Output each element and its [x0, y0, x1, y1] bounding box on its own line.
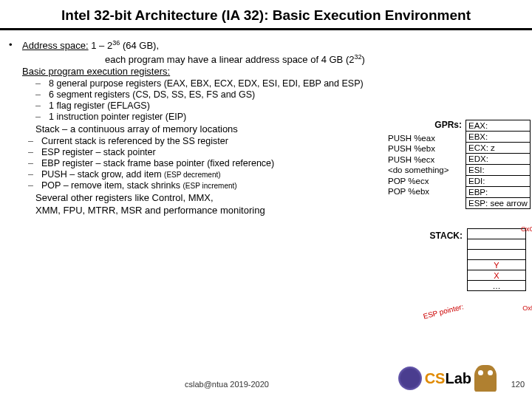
item-text: 1 flag register (EFLAGS): [49, 100, 150, 111]
slide: Intel 32-bit Architecture (IA 32): Basic…: [0, 0, 532, 399]
stack-row: X: [467, 270, 526, 281]
list-item: –1 flag register (EFLAGS): [35, 100, 526, 111]
item-text: 6 segment registers (CS, DS, SS, ES, FS …: [49, 89, 255, 100]
item-text: EBP register – stack frame base pointer …: [41, 158, 274, 168]
gpr-row: ECX: z: [466, 143, 530, 154]
addr-gb: (64 GB),: [120, 40, 159, 51]
push-text: PUSH – stack grow, add item (ESP decreme…: [41, 169, 221, 180]
pop-a: POP – remove item, stack shrinks: [41, 180, 183, 191]
gprs-label: GPRs:: [434, 120, 462, 130]
pop-b: (ESP increment): [183, 182, 237, 190]
code-line: PUSH %ecx: [388, 154, 462, 165]
stack-row: …: [467, 280, 526, 291]
addr-l2b: ): [362, 55, 365, 66]
code-line: POP %ecx: [388, 176, 462, 186]
other-regs-2: XMM, FPU, MTRR, MSR and performance moni…: [35, 205, 526, 216]
code-line: PUSH %ebx: [388, 143, 462, 154]
cslab-logo: CSLab: [425, 370, 471, 387]
regs-heading: Basic program execution registers:: [22, 66, 526, 77]
gpr-row: EDI:: [466, 176, 530, 187]
stack-row: Y: [467, 259, 526, 270]
gpr-row: EAX:: [466, 120, 530, 132]
list-item: –8 general purpose registers (EAX, EBX, …: [35, 78, 526, 89]
pop-text: POP – remove item, stack shrinks (ESP in…: [41, 180, 237, 191]
regs-head-text: Basic program execution registers:: [22, 66, 170, 77]
addr-l2a: each program may have a linear address s…: [105, 55, 354, 66]
addr-bottom: Oxfff: [522, 304, 532, 312]
owl-logo-icon: [474, 365, 497, 392]
bullet-marker: •: [9, 39, 22, 51]
push-a: PUSH – stack grow, add item: [41, 169, 164, 180]
addr-exp1: 36: [112, 39, 120, 47]
gpr-row: EBX:: [466, 132, 530, 143]
gpr-row: EDX:: [466, 154, 530, 165]
gpr-row: ESI:: [466, 165, 530, 176]
addr-top: OxO.: [521, 225, 532, 233]
register-list: –8 general purpose registers (EAX, EBX, …: [35, 78, 526, 122]
stack-row: [467, 228, 526, 239]
addr-line2: each program may have a linear address s…: [105, 53, 526, 65]
code-line: PUSH %eax: [388, 133, 462, 143]
code-line: POP %ebx: [388, 186, 462, 197]
stack-label: STACK:: [430, 231, 463, 241]
item-text: 8 general purpose registers (EAX, EBX, E…: [49, 78, 364, 89]
gpr-row: ESP: see arrow: [466, 198, 530, 208]
gpr-row: EBP:: [466, 187, 530, 198]
list-item: –6 segment registers (CS, DS, SS, ES, FS…: [35, 89, 526, 100]
code-sample: PUSH %eax PUSH %ebx PUSH %ecx <do someth…: [388, 133, 462, 197]
addr-range: 1 – 2: [89, 40, 113, 51]
footer-logos: CSLab: [398, 365, 497, 392]
gprs-table: EAX: EBX: ECX: z EDX: ESI: EDI: EBP: ESP…: [466, 120, 531, 209]
esp-pointer-label: ESP pointer:: [423, 302, 465, 320]
slide-title: Intel 32-bit Architecture (IA 32): Basic…: [0, 0, 532, 28]
addr-exp2: 32: [354, 53, 361, 61]
page-number: 120: [511, 380, 525, 389]
footer: cslab@ntua 2019-2020 CSLab 120: [0, 359, 532, 395]
item-text: 1 instruction pointer register (EIP): [49, 112, 186, 122]
athena-logo-icon: [398, 366, 422, 390]
code-line: <do something>: [388, 165, 462, 175]
cslab-c: CS: [425, 370, 446, 386]
stack-row: [467, 239, 526, 250]
bullet-text: Address space: 1 – 236 (64 GB),: [22, 39, 526, 51]
cslab-s: Lab: [445, 370, 471, 386]
stack-table: Y X …: [467, 229, 526, 291]
footer-email: cslab@ntua 2019-2020: [185, 380, 269, 389]
item-text: Current stack is referenced by the SS re…: [41, 136, 228, 146]
addr-label: Address space:: [22, 40, 89, 51]
stack-row: [467, 249, 526, 260]
item-text: ESP register – stack pointer: [41, 147, 156, 157]
bullet-address-space: • Address space: 1 – 236 (64 GB),: [9, 39, 526, 51]
push-b: (ESP decrement): [164, 171, 221, 179]
